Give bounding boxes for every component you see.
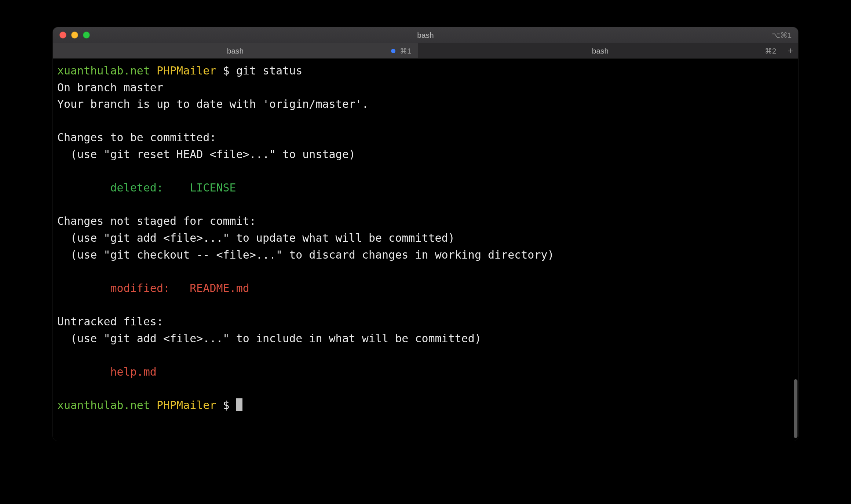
minimize-icon[interactable]	[71, 32, 78, 39]
add-tab-button[interactable]: +	[783, 43, 798, 58]
prompt-dir: PHPMailer	[157, 64, 216, 77]
prompt-symbol: $	[223, 64, 230, 77]
output-line: Changes to be committed:	[57, 131, 216, 144]
prompt-host: xuanthulab.net	[57, 399, 150, 412]
prompt-symbol: $	[223, 399, 230, 412]
untracked-file: help.md	[57, 365, 157, 378]
command: git status	[236, 64, 303, 77]
terminal-window: bash ⌥⌘1 bash ⌘1 bash ⌘2 + xuanthulab.ne…	[53, 27, 798, 441]
tab-bash-1[interactable]: bash ⌘1	[53, 43, 418, 58]
traffic-lights	[59, 32, 90, 39]
window-title: bash	[53, 31, 798, 40]
output-line: (use "git add <file>..." to include in w…	[57, 332, 481, 345]
close-icon[interactable]	[59, 32, 66, 39]
tab-bash-2[interactable]: bash ⌘2	[418, 43, 783, 58]
unstaged-modified: modified: README.md	[57, 282, 249, 295]
output-line: (use "git add <file>..." to update what …	[57, 231, 455, 244]
titlebar-shortcut-hint: ⌥⌘1	[772, 31, 792, 40]
output-line: (use "git reset HEAD <file>..." to unsta…	[57, 148, 355, 161]
output-line: (use "git checkout -- <file>..." to disc…	[57, 248, 554, 261]
tab-right: ⌘2	[765, 47, 776, 55]
tab-shortcut: ⌘2	[765, 47, 776, 55]
output-line: Untracked files:	[57, 315, 163, 328]
staged-deleted: deleted: LICENSE	[57, 181, 236, 194]
output-line: Changes not staged for commit:	[57, 215, 256, 227]
cursor-icon	[236, 398, 242, 411]
titlebar[interactable]: bash ⌥⌘1	[53, 27, 798, 43]
prompt-host: xuanthulab.net	[57, 64, 150, 77]
unsaved-dot-icon	[391, 49, 395, 53]
output-line: Your branch is up to date with 'origin/m…	[57, 98, 369, 110]
scrollbar[interactable]	[794, 379, 797, 438]
plus-icon: +	[788, 45, 793, 56]
terminal-body[interactable]: xuanthulab.net PHPMailer $ git status On…	[53, 59, 798, 441]
tabbar: bash ⌘1 bash ⌘2 +	[53, 43, 798, 59]
zoom-icon[interactable]	[83, 32, 90, 39]
tab-label: bash	[227, 47, 244, 55]
prompt-dir: PHPMailer	[157, 399, 216, 412]
tab-right: ⌘1	[391, 47, 411, 55]
tab-label: bash	[592, 47, 609, 55]
tab-shortcut: ⌘1	[400, 47, 411, 55]
output-line: On branch master	[57, 81, 163, 94]
